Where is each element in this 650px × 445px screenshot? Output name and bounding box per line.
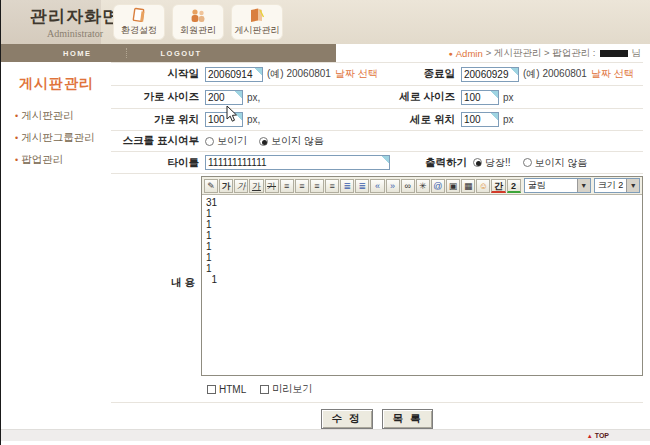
bullet-icon: • [15,155,18,165]
emoticon-icon[interactable]: ☺ [476,179,490,193]
breadcrumb-trail: > 게시판관리 > 팝업관리 : [486,47,596,60]
pos-y-input[interactable] [461,112,499,127]
bullet-icon: • [15,133,18,143]
indent-icon[interactable]: » [386,179,400,193]
breadcrumb-bullet-icon: ● [449,50,453,57]
modify-button[interactable]: 수 정 [321,409,373,429]
home-link[interactable]: HOME [63,49,92,58]
editor-toolbar: ✎ 가 가 가 가 ≡ ≡ ≡ ≡ ≣ ≣ « » ∞ ✳ [202,177,642,195]
align-right-icon[interactable]: ≡ [310,179,324,193]
breadcrumb-username-redacted [600,50,628,57]
outdent-icon[interactable]: « [370,179,384,193]
font-color-icon[interactable]: 간 [491,179,505,193]
align-center-icon[interactable]: ≡ [295,179,309,193]
bold-icon[interactable]: 가 [219,179,233,193]
font-select[interactable]: 굴림 ▼ [524,178,591,193]
output-hide-radio[interactable] [523,158,532,167]
sidebar-item-label: 게시판그룹관리 [21,131,95,143]
strike-icon[interactable]: 가 [265,179,279,193]
width-input[interactable] [205,90,243,105]
ordered-list-icon[interactable]: ≣ [340,179,354,193]
scroll-label: 스크롤 표시여부 [111,134,199,148]
menu-members[interactable]: 회원관리 [172,4,224,40]
preview-checkbox[interactable] [260,385,269,394]
logout-link[interactable]: LOGOUT [161,49,202,58]
italic-icon[interactable]: 가 [234,179,248,193]
output-now-radio[interactable] [473,158,482,167]
back-to-top-link[interactable]: ▲ TOP [587,432,609,439]
align-left-icon[interactable]: ≡ [280,179,294,193]
nav-separator [126,48,127,58]
sidebar-item-popup-manage[interactable]: •팝업관리 [15,153,111,167]
end-date-example: (예) 20060801 [523,67,587,81]
font-select-value: 굴림 [525,179,577,192]
menu-settings-label: 환경설정 [121,24,157,37]
sidebar-item-label: 팝업관리 [21,153,63,165]
list-button[interactable]: 목 록 [382,409,434,429]
menu-board[interactable]: 게시판관리 [231,4,283,40]
breadcrumb: ● Admin > 게시판관리 > 팝업관리 : 님 [449,47,641,60]
title-input[interactable] [205,155,390,170]
output-now-label: 당장!! [485,156,511,170]
sidebar-item-board-group-manage[interactable]: •게시판그룹관리 [15,131,111,145]
admin-window: 관리자화면 Administrator 환경설정 회원관리 게시판관리 [0,0,650,445]
top-label: TOP [595,432,609,439]
start-date-picker-link[interactable]: 날짜 선택 [335,67,378,81]
sidebar-item-label: 게시판관리 [21,109,74,121]
globe-icon[interactable]: @ [431,179,445,193]
breadcrumb-admin[interactable]: Admin [456,48,483,59]
table-icon[interactable]: ▦ [461,179,475,193]
pos-x-input[interactable] [205,112,243,127]
width-unit: px, [247,92,260,103]
row-scroll: 스크롤 표시여부 보이기 보이지 않음 [111,131,643,152]
end-date-input[interactable] [461,67,519,82]
row-size: 가로 사이즈 px, 세로 사이즈 px [111,86,643,109]
end-date-label: 종료일 [389,67,455,81]
size-select[interactable]: 크기 2 ▼ [594,178,641,193]
html-checkbox[interactable] [207,385,216,394]
scroll-hide-label: 보이지 않음 [271,134,324,148]
menu-settings[interactable]: 환경설정 [113,4,165,40]
image-icon[interactable]: ▣ [446,179,460,193]
sidebar-title: 게시판관리 [19,75,111,93]
scroll-hide-radio[interactable] [259,137,268,146]
highlight-icon[interactable]: 2 [507,179,521,193]
navbar: HOME LOGOUT ● Admin > 게시판관리 > 팝업관리 : 님 [1,44,650,62]
nav-brown-bar: HOME LOGOUT [1,44,336,62]
special-char-icon[interactable]: ✳ [416,179,430,193]
align-justify-icon[interactable]: ≡ [325,179,339,193]
height-input[interactable] [461,90,499,105]
height-label: 세로 사이즈 [389,90,455,104]
menu-board-label: 게시판관리 [235,24,280,37]
scroll-show-label: 보이기 [217,134,247,148]
start-date-input[interactable] [205,67,263,82]
row-position: 가로 위치 px, 세로 위치 px [111,109,643,131]
header-menu: 환경설정 회원관리 게시판관리 [113,4,283,40]
eraser-icon[interactable]: ✎ [204,179,218,193]
members-icon [189,6,207,24]
size-select-value: 크기 2 [595,179,627,192]
board-icon [248,6,266,24]
content-edit-area[interactable]: 31 1 1 1 1 1 1 1 [202,195,642,375]
bullet-list-icon[interactable]: ≣ [355,179,369,193]
pos-x-label: 가로 위치 [111,113,199,127]
html-checkbox-label: HTML [219,384,246,395]
sidebar-item-board-manage[interactable]: •게시판관리 [15,109,111,123]
pos-y-unit: px [503,114,514,125]
link-icon[interactable]: ∞ [401,179,415,193]
bullet-icon: • [15,111,18,121]
pos-y-label: 세로 위치 [389,113,455,127]
width-label: 가로 사이즈 [111,90,199,104]
footer-bar: ▲ TOP [1,429,650,441]
sidebar: 게시판관리 •게시판관리 •게시판그룹관리 •팝업관리 [1,62,111,428]
row-dates: 시작일 (예) 20060801 날짜 선택 종료일 (예) 20060801 … [111,62,643,86]
header: 관리자화면 Administrator 환경설정 회원관리 게시판관리 [1,0,650,44]
chevron-down-icon: ▼ [626,179,639,192]
end-date-picker-link[interactable]: 날짜 선택 [591,67,634,81]
up-arrow-icon: ▲ [587,433,593,439]
underline-icon[interactable]: 가 [249,179,263,193]
output-hide-label: 보이지 않음 [535,156,588,170]
scroll-show-radio[interactable] [205,137,214,146]
wysiwyg-editor: ✎ 가 가 가 가 ≡ ≡ ≡ ≡ ≣ ≣ « » ∞ ✳ [201,176,643,376]
row-content: 내 용 ✎ 가 가 가 가 ≡ ≡ ≡ ≡ ≣ ≣ « [111,174,643,403]
